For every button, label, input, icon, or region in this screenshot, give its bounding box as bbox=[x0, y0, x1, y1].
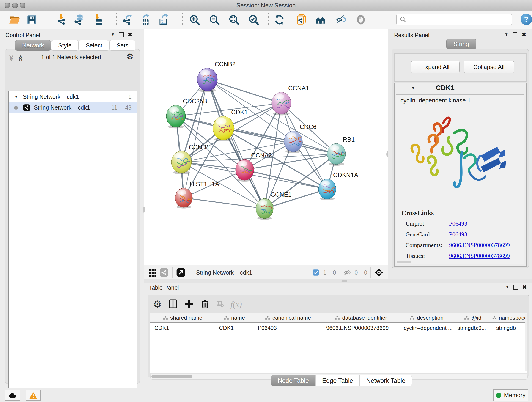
network-node-cdk1 bbox=[213, 116, 234, 140]
export-table-button[interactable] bbox=[139, 13, 152, 26]
show-columns-button[interactable] bbox=[168, 299, 178, 310]
genecard-link[interactable]: P06493 bbox=[449, 231, 467, 238]
table-cell[interactable]: P06493 bbox=[254, 323, 322, 333]
show-grid-button[interactable] bbox=[147, 268, 158, 278]
table-options-button[interactable]: ⚙ bbox=[153, 300, 162, 309]
collapse-panel-icon[interactable]: ▼ bbox=[111, 32, 115, 37]
close-panel-icon[interactable]: ✖ bbox=[521, 32, 526, 37]
column-header[interactable]: namespace bbox=[492, 313, 527, 323]
close-panel-icon[interactable]: ✖ bbox=[128, 32, 133, 37]
selected-filter-checkbox[interactable] bbox=[311, 268, 321, 278]
fit-content-button[interactable] bbox=[374, 268, 384, 278]
uniprot-link[interactable]: P06493 bbox=[449, 220, 467, 227]
column-header[interactable]: shared name bbox=[150, 313, 215, 323]
open-session-button[interactable] bbox=[8, 13, 21, 26]
table-hscrollbar-thumb[interactable] bbox=[152, 375, 192, 378]
home-networks-button[interactable] bbox=[314, 13, 327, 26]
delete-column-button[interactable] bbox=[200, 299, 210, 310]
tab-node-table[interactable]: Node Table bbox=[271, 375, 316, 386]
zoom-out-button[interactable] bbox=[208, 13, 220, 26]
hide-results-button[interactable] bbox=[335, 13, 347, 26]
table-panel: Table Panel ▼ ✖ ⚙ f(x) bbox=[144, 283, 532, 388]
delete-table-button[interactable] bbox=[216, 300, 224, 309]
tab-style[interactable]: Style bbox=[51, 40, 79, 51]
float-panel-icon[interactable] bbox=[513, 32, 517, 37]
tab-network[interactable]: Network bbox=[15, 40, 51, 51]
help-button[interactable]: ? bbox=[520, 13, 532, 25]
cloud-icon bbox=[8, 392, 17, 398]
zoom-in-button[interactable] bbox=[188, 13, 201, 26]
tree-expander-icon[interactable]: ▼ bbox=[14, 95, 18, 99]
open-string-document-button[interactable] bbox=[296, 13, 308, 26]
column-header[interactable]: database identifier bbox=[322, 313, 399, 323]
detach-view-button[interactable] bbox=[176, 268, 186, 278]
function-builder-button[interactable]: f(x) bbox=[230, 300, 242, 309]
refresh-view-button[interactable] bbox=[273, 13, 285, 26]
crosslink-label: Compartments: bbox=[405, 242, 442, 249]
expand-all-button[interactable]: Expand All bbox=[411, 61, 460, 73]
float-panel-icon[interactable] bbox=[513, 285, 518, 290]
tab-string[interactable]: String bbox=[446, 39, 476, 49]
table-row[interactable]: CDK1 CDK1 P06493 9606.ENSP00000378699 cy… bbox=[150, 323, 527, 333]
results-hscrollbar-thumb[interactable] bbox=[397, 261, 412, 263]
zoom-selected-button[interactable] bbox=[247, 13, 260, 26]
collapse-panel-icon[interactable]: ▼ bbox=[505, 285, 509, 289]
svg-text:CCNB1: CCNB1 bbox=[189, 144, 210, 151]
column-type-icon bbox=[492, 315, 496, 320]
section-expander-icon[interactable]: ▼ bbox=[411, 86, 415, 90]
create-column-button[interactable] bbox=[184, 299, 194, 310]
column-header[interactable]: canonical name bbox=[254, 313, 322, 323]
horizontal-splitter-handle[interactable] bbox=[341, 280, 347, 282]
tab-network-table[interactable]: Network Table bbox=[360, 375, 412, 386]
horizontal-splitter[interactable] bbox=[144, 279, 532, 283]
hidden-filter-button[interactable] bbox=[342, 268, 353, 278]
show-view-button[interactable] bbox=[355, 13, 367, 26]
table-cell[interactable]: CDK1 bbox=[150, 323, 215, 333]
network-options-gear-icon[interactable]: ⚙ bbox=[127, 52, 133, 60]
tissues-link[interactable]: 9606.ENSP00000378699 bbox=[449, 253, 510, 259]
column-type-icon bbox=[335, 315, 340, 320]
import-network-button[interactable] bbox=[55, 13, 67, 26]
table-cell[interactable]: stringdb bbox=[492, 323, 527, 333]
string-view-button[interactable] bbox=[159, 268, 169, 278]
expand-all-networks-icon[interactable]: ≫ bbox=[17, 55, 24, 62]
toolbar-separator bbox=[182, 13, 183, 26]
compartments-link[interactable]: 9606.ENSP00000378699 bbox=[449, 242, 510, 249]
tab-select[interactable]: Select bbox=[79, 40, 109, 51]
string-network-graph[interactable]: CCNB2CCNA1CDC25BCDK1CDC6RB1CCNB1CCNA2CDK… bbox=[144, 29, 388, 265]
export-image-button[interactable] bbox=[158, 13, 170, 26]
network-node-ccnb2 bbox=[197, 68, 218, 91]
table-vscrollbar[interactable] bbox=[525, 313, 527, 371]
save-session-button[interactable] bbox=[26, 13, 38, 26]
export-network-button[interactable] bbox=[121, 13, 134, 26]
collapse-all-networks-icon[interactable]: ≫ bbox=[8, 55, 14, 62]
table-cell[interactable]: cyclin–dependent ... bbox=[399, 323, 453, 333]
toolbar-separator bbox=[268, 13, 269, 26]
table-cell[interactable]: CDK1 bbox=[215, 323, 254, 333]
float-panel-icon[interactable] bbox=[119, 32, 124, 37]
crosslink-label: Uniprot: bbox=[405, 220, 426, 227]
column-header[interactable]: description bbox=[399, 313, 453, 323]
tab-sets[interactable]: Sets bbox=[109, 40, 135, 51]
network-canvas[interactable]: CCNB2CCNA1CDC25BCDK1CDC6RB1CCNB1CCNA2CDK… bbox=[144, 29, 388, 265]
import-table-button[interactable] bbox=[91, 13, 104, 26]
import-database-button[interactable] bbox=[73, 13, 85, 26]
network-collection-row[interactable]: ▼ String Network – cdk1 1 bbox=[9, 91, 137, 102]
network-row-selected[interactable]: String Network – cdk1 11 48 bbox=[9, 102, 137, 113]
collapse-panel-icon[interactable]: ▼ bbox=[505, 32, 508, 37]
memory-button[interactable]: Memory bbox=[493, 389, 528, 401]
table-cell[interactable]: stringdb:9... bbox=[453, 323, 492, 333]
collapse-all-button[interactable]: Collapse All bbox=[464, 61, 514, 73]
warnings-button[interactable] bbox=[26, 390, 41, 401]
pharos-link[interactable]: P06493 bbox=[449, 263, 467, 264]
table-cell[interactable]: 9606.ENSP00000378699 bbox=[322, 323, 399, 333]
column-header[interactable]: name bbox=[215, 313, 254, 323]
zoom-fit-button[interactable] bbox=[228, 13, 240, 26]
tab-edge-table[interactable]: Edge Table bbox=[316, 375, 360, 386]
automation-status-button[interactable] bbox=[5, 390, 20, 401]
homes-icon bbox=[315, 14, 326, 26]
search-input[interactable] bbox=[408, 16, 512, 23]
close-panel-icon[interactable]: ✖ bbox=[522, 284, 527, 290]
column-header[interactable]: @id bbox=[453, 313, 492, 323]
vertical-splitter-handle[interactable] bbox=[143, 207, 145, 213]
